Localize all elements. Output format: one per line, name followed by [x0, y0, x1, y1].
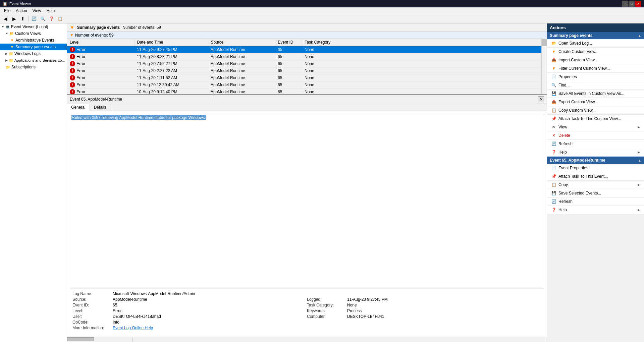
- field-opcode: OpCode: Info: [72, 320, 307, 325]
- cell-date: 11-Aug-20 1:11:52 AM: [134, 74, 208, 81]
- actions-section-summary-label: Summary page events: [550, 33, 592, 38]
- folder-icon-appservices: 📁: [8, 58, 14, 63]
- cell-eventid: 65: [275, 53, 302, 60]
- action-help-summary[interactable]: ❓ Help ▶: [547, 148, 644, 157]
- tree-item-eventviewer[interactable]: ▼ 💻 Event Viewer (Local): [0, 23, 67, 30]
- cell-task: None: [302, 60, 547, 67]
- forward-button[interactable]: ▶: [10, 15, 18, 23]
- action-import-custom-view[interactable]: 📥 Import Custom View...: [547, 56, 644, 64]
- cell-date: 11-Aug-20 12:30:42 AM: [134, 81, 208, 89]
- cell-source: AppModel-Runtime: [208, 89, 275, 95]
- error-icon: !: [70, 61, 75, 66]
- event-table: Level Date and Time Source Event ID Task…: [67, 39, 547, 94]
- cell-level: !Error: [67, 74, 134, 81]
- tab-details[interactable]: Details: [90, 104, 111, 111]
- tree-item-adminevents[interactable]: ▼ Administrative Events: [0, 37, 67, 44]
- toolbar-separator-1: [28, 16, 29, 22]
- action-save-all-events[interactable]: 💾 Save All Events in Custom View As...: [547, 90, 644, 98]
- event-props-icon: 📄: [551, 165, 556, 171]
- action-filter-current[interactable]: ▼ Filter Current Custom View...: [547, 64, 644, 73]
- action-delete[interactable]: ✕ Delete: [547, 131, 644, 140]
- table-row[interactable]: !Error11-Aug-20 9:27:45 PMAppModel-Runti…: [67, 46, 547, 53]
- table-row[interactable]: !Error10-Aug-20 9:12:40 PMAppModel-Runti…: [67, 89, 547, 95]
- actions-section-event65[interactable]: Event 65, AppModel-Runtime ▲: [547, 157, 644, 164]
- actions-section-event65-items: 📄 Event Properties 📌 Attach Task To This…: [547, 164, 644, 214]
- table-row[interactable]: !Error11-Aug-20 8:23:21 PMAppModel-Runti…: [67, 53, 547, 60]
- col-source[interactable]: Source: [208, 39, 275, 46]
- view-icon: 👁: [551, 124, 556, 130]
- filter-header-icon: ▼: [70, 25, 74, 30]
- action-event-properties[interactable]: 📄 Event Properties: [547, 164, 644, 172]
- close-button[interactable]: ✕: [635, 1, 641, 7]
- action-refresh-summary-label: Refresh: [558, 141, 640, 146]
- help-toolbar-button[interactable]: ❓: [47, 15, 55, 23]
- error-icon: !: [70, 47, 75, 52]
- col-date[interactable]: Date and Time: [134, 39, 208, 46]
- search-button[interactable]: 🔍: [39, 15, 47, 23]
- tab-general[interactable]: General: [67, 104, 90, 111]
- scroll-track[interactable]: [67, 337, 133, 342]
- menu-view[interactable]: View: [30, 8, 44, 14]
- up-button[interactable]: ⬆: [19, 15, 27, 23]
- field-computer-label: Computer:: [307, 314, 347, 319]
- tree-label-appservices: Applications and Services Lo...: [14, 58, 65, 62]
- attach-task-view-icon: 📌: [551, 116, 556, 121]
- event-log-online-help-link[interactable]: Event Log Online Help: [113, 326, 153, 330]
- table-scrollbar[interactable]: [541, 39, 547, 94]
- action-export-custom-view[interactable]: 📤 Export Custom View...: [547, 98, 644, 106]
- table-row[interactable]: !Error11-Aug-20 2:27:22 AMAppModel-Runti…: [67, 67, 547, 74]
- event-table-scroll[interactable]: Level Date and Time Source Event ID Task…: [67, 39, 547, 94]
- action-open-saved-log-label: Open Saved Log...: [558, 41, 640, 46]
- minimize-button[interactable]: ─: [622, 1, 628, 7]
- copy-arrow-icon: ▶: [638, 183, 640, 186]
- chevron-closed-icon: ▶: [5, 52, 8, 55]
- import-icon: 📥: [551, 57, 556, 63]
- horizontal-scrollbar[interactable]: [67, 337, 547, 342]
- action-find[interactable]: 🔍 Find...: [547, 81, 644, 90]
- action-properties[interactable]: 📄 Properties: [547, 73, 644, 81]
- scroll-thumb[interactable]: [67, 337, 94, 341]
- field-user-value: DESKTOP-LB4HJ41\fahad: [113, 314, 307, 319]
- tree-item-windowslogs[interactable]: ▶ 📁 Windows Logs: [0, 50, 67, 57]
- tree-item-summaryevents[interactable]: ▼ Summary page events: [0, 44, 67, 50]
- tree-item-appservices[interactable]: ▶ 📁 Applications and Services Lo...: [0, 57, 67, 64]
- field-eventid: Event ID: 65: [72, 303, 307, 307]
- action-refresh-event[interactable]: 🔄 Refresh: [547, 197, 644, 206]
- detail-close-button[interactable]: ✕: [538, 96, 544, 102]
- action-create-custom-view[interactable]: ▼ Create Custom View...: [547, 48, 644, 56]
- actions-section-summary[interactable]: Summary page events ▲: [547, 32, 644, 39]
- action-attach-task-event[interactable]: 📌 Attach Task To This Event...: [547, 172, 644, 181]
- refresh-button[interactable]: 🔄: [30, 15, 38, 23]
- cell-eventid: 65: [275, 67, 302, 74]
- scrollbar-thumb[interactable]: [542, 39, 547, 46]
- action-view[interactable]: 👁 View ▶: [547, 123, 644, 131]
- menu-action[interactable]: Action: [13, 8, 30, 14]
- action-open-saved-log[interactable]: 📂 Open Saved Log...: [547, 39, 644, 48]
- action-help-event[interactable]: ❓ Help ▶: [547, 206, 644, 214]
- menu-file[interactable]: File: [1, 8, 13, 14]
- col-task[interactable]: Task Category: [302, 39, 547, 46]
- action-copy-custom-view[interactable]: 📋 Copy Custom View...: [547, 106, 644, 115]
- back-button[interactable]: ◀: [1, 15, 9, 23]
- action-save-selected[interactable]: 💾 Save Selected Events...: [547, 189, 644, 197]
- help-event-icon: ❓: [551, 207, 556, 213]
- maximize-button[interactable]: □: [629, 1, 635, 7]
- error-icon: !: [70, 82, 75, 88]
- table-row[interactable]: !Error11-Aug-20 7:52:27 PMAppModel-Runti…: [67, 60, 547, 67]
- col-eventid[interactable]: Event ID: [275, 39, 302, 46]
- cell-source: AppModel-Runtime: [208, 60, 275, 67]
- cell-date: 11-Aug-20 8:23:21 PM: [134, 53, 208, 60]
- action-attach-task-view[interactable]: 📌 Attach Task To This Custom View...: [547, 115, 644, 123]
- tree-item-subscriptions[interactable]: 📁 Subscriptions: [0, 64, 67, 70]
- properties-toolbar-button[interactable]: 📋: [56, 15, 64, 23]
- table-row[interactable]: !Error11-Aug-20 12:30:42 AMAppModel-Runt…: [67, 81, 547, 89]
- tree-item-customviews[interactable]: ▼ 📂 Custom Views: [0, 30, 67, 37]
- menu-help[interactable]: Help: [44, 8, 58, 14]
- action-refresh-summary[interactable]: 🔄 Refresh: [547, 140, 644, 148]
- field-moreinfo-label: More Information:: [72, 326, 113, 330]
- table-row[interactable]: !Error11-Aug-20 1:11:52 AMAppModel-Runti…: [67, 74, 547, 81]
- action-copy-event[interactable]: 📋 Copy ▶: [547, 181, 644, 189]
- col-level[interactable]: Level: [67, 39, 134, 46]
- save-selected-icon: 💾: [551, 190, 556, 196]
- cell-eventid: 65: [275, 46, 302, 53]
